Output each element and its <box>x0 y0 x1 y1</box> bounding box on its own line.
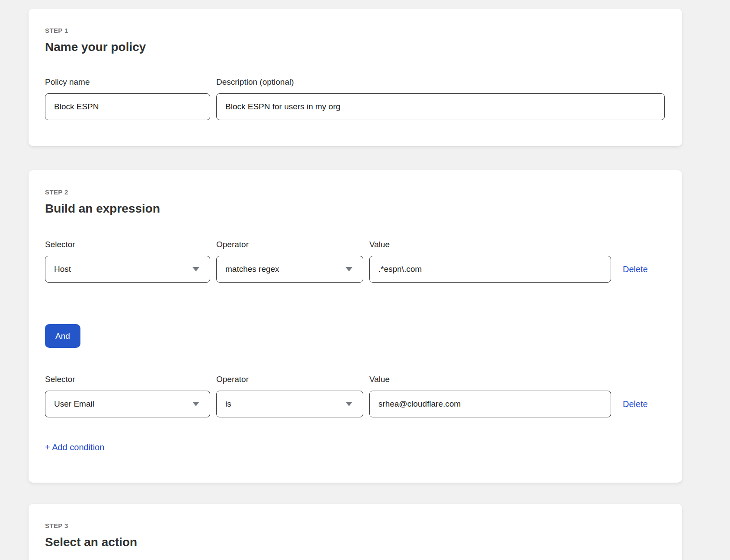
delete-condition-link[interactable]: Delete <box>623 264 648 274</box>
operator-dropdown-value: is <box>225 399 231 409</box>
policy-name-label: Policy name <box>45 77 210 87</box>
operator-label: Operator <box>216 240 363 249</box>
step-3-title: Select an action <box>45 535 665 549</box>
value-label: Value <box>369 375 611 384</box>
selector-dropdown[interactable]: Host <box>45 256 210 283</box>
operator-dropdown-value: matches regex <box>225 264 279 274</box>
card-select-an-action: STEP 3 Select an action <box>29 504 682 560</box>
selector-label: Selector <box>45 375 210 384</box>
description-label: Description (optional) <box>216 77 665 87</box>
step-2-title: Build an expression <box>45 202 665 216</box>
value-input[interactable] <box>369 391 611 417</box>
selector-dropdown[interactable]: User Email <box>45 391 210 417</box>
description-input[interactable] <box>216 93 665 120</box>
add-condition-link[interactable]: + Add condition <box>45 442 104 452</box>
chevron-down-icon <box>192 267 199 271</box>
expression-row-2: Selector User Email Operator is Value De… <box>45 375 665 417</box>
policy-name-input[interactable] <box>45 93 210 120</box>
operator-field: Operator is <box>216 375 363 417</box>
operator-label: Operator <box>216 375 363 384</box>
value-input[interactable] <box>369 256 611 283</box>
step-2-label: STEP 2 <box>45 188 665 196</box>
value-field: Value <box>369 375 611 417</box>
selector-field: Selector Host <box>45 240 210 283</box>
step-1-label: STEP 1 <box>45 27 665 34</box>
step-1-title: Name your policy <box>45 40 665 54</box>
chevron-down-icon <box>346 267 352 271</box>
selector-dropdown-value: User Email <box>54 399 94 409</box>
value-field: Value <box>369 240 611 283</box>
chevron-down-icon <box>192 402 199 406</box>
operator-dropdown[interactable]: is <box>216 391 363 417</box>
selector-field: Selector User Email <box>45 375 210 417</box>
selector-label: Selector <box>45 240 210 249</box>
description-field: Description (optional) <box>216 77 665 120</box>
policy-builder-page: STEP 1 Name your policy Policy name Desc… <box>0 0 730 560</box>
card-build-an-expression: STEP 2 Build an expression Selector Host… <box>29 170 682 483</box>
selector-dropdown-value: Host <box>54 264 71 274</box>
expression-row-1: Selector Host Operator matches regex Val… <box>45 240 665 283</box>
step-3-label: STEP 3 <box>45 522 665 529</box>
and-button[interactable]: And <box>45 324 80 348</box>
card-name-your-policy: STEP 1 Name your policy Policy name Desc… <box>29 9 682 146</box>
delete-condition-link[interactable]: Delete <box>623 399 648 409</box>
operator-field: Operator matches regex <box>216 240 363 283</box>
operator-dropdown[interactable]: matches regex <box>216 256 363 283</box>
value-label: Value <box>369 240 611 249</box>
chevron-down-icon <box>346 402 352 406</box>
policy-name-field: Policy name <box>45 77 210 120</box>
